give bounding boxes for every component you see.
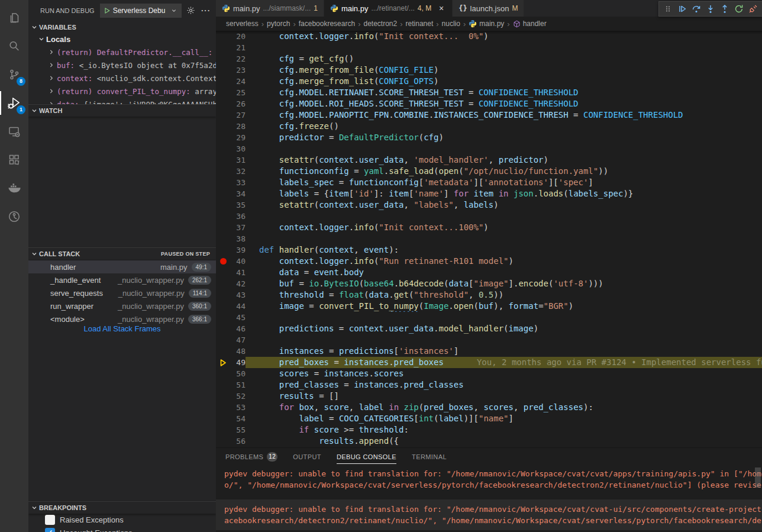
code-text[interactable]: pred_boxes = instances.pred_boxesYou, 2 … [246, 357, 762, 368]
code-text[interactable]: context.logger.info("Init context...100%… [246, 222, 762, 233]
code-text[interactable]: setattr(context.user_data, "labels", lab… [246, 199, 762, 211]
breadcrumb-item[interactable]: facebookresearch [299, 20, 355, 28]
breakpoint-gutter[interactable] [216, 166, 230, 177]
code-text[interactable]: scores = instances.scores [246, 368, 762, 379]
step-over-icon[interactable] [689, 2, 703, 16]
panel-tab-output[interactable]: OUTPUT [293, 448, 321, 466]
code-text[interactable]: predictions = context.user_data.model_ha… [246, 323, 762, 334]
activity-search[interactable] [0, 32, 28, 60]
panel-tab-problems[interactable]: PROBLEMS12 [225, 448, 277, 466]
step-into-icon[interactable] [703, 2, 718, 16]
breakpoint-gutter[interactable] [216, 53, 230, 65]
stack-frame[interactable]: <module>_nuclio_wrapper.py366:1 [28, 312, 216, 325]
breakpoint-gutter[interactable] [216, 177, 230, 188]
breakpoint-gutter[interactable] [216, 301, 230, 312]
debug-config-dropdown[interactable]: Serverless Debu [100, 4, 182, 18]
code-text[interactable]: context.logger.info("Run retinanet-R101 … [246, 256, 762, 267]
code-text[interactable]: setattr(context.user_data, 'model_handle… [246, 154, 762, 166]
code-text[interactable]: label = COCO_CATEGORIES[int(label)]["nam… [246, 413, 762, 424]
breakpoint-gutter[interactable] [216, 413, 230, 424]
variables-section-header[interactable]: VARIABLES [28, 21, 216, 33]
breakpoint-gutter[interactable] [216, 334, 230, 346]
code-text[interactable]: cfg.freeze() [246, 121, 762, 132]
code-text[interactable] [246, 233, 762, 244]
code-text[interactable]: cfg.MODEL.PANOPTIC_FPN.COMBINE.INSTANCES… [246, 109, 762, 121]
panel-scrollbar-thumb[interactable] [755, 467, 761, 488]
activity-remote-explorer[interactable] [0, 117, 28, 146]
breadcrumb-file[interactable]: main.py [469, 20, 504, 28]
breakpoint-gutter[interactable] [216, 109, 230, 121]
code-text[interactable]: threshold = float(data.get("threshold", … [246, 289, 762, 301]
gear-icon[interactable] [184, 4, 197, 17]
code-text[interactable]: cfg = get_cfg() [246, 53, 762, 65]
breakpoint-gutter[interactable] [216, 132, 230, 143]
activity-extensions[interactable] [0, 146, 28, 174]
breakpoint-gutter[interactable] [216, 379, 230, 391]
editor-tab-main.py[interactable]: main.py.../retinanet/...4, M× [324, 0, 453, 17]
code-text[interactable]: results = [] [246, 391, 762, 402]
stack-frame[interactable]: handlermain.py49:1 [28, 260, 216, 273]
breadcrumb-item[interactable]: detectron2 [363, 20, 397, 28]
breakpoint-row[interactable]: ✓Uncaught Exceptions [28, 526, 216, 532]
code-text[interactable]: cfg.merge_from_list(CONFIG_OPTS) [246, 76, 762, 87]
current-frame-icon[interactable] [216, 357, 230, 368]
breakpoint-gutter[interactable] [216, 211, 230, 222]
code-text[interactable]: data = event.body [246, 267, 762, 278]
stack-frame[interactable]: _handle_event_nuclio_wrapper.py262:1 [28, 273, 216, 286]
code-text[interactable]: image = convert_PIL_to_numpy(Image.open(… [246, 301, 762, 312]
step-out-icon[interactable] [718, 2, 732, 16]
code-text[interactable]: cfg.merge_from_file(CONFIG_FILE) [246, 65, 762, 76]
panel-tab-debug-console[interactable]: DEBUG CONSOLE [337, 448, 396, 466]
breakpoint-gutter[interactable] [216, 76, 230, 87]
breakpoint-gutter[interactable] [216, 188, 230, 199]
breakpoint-gutter[interactable] [216, 289, 230, 301]
checkbox[interactable]: ✓ [45, 528, 55, 532]
breakpoint-gutter[interactable] [216, 65, 230, 76]
breakpoint-gutter[interactable] [216, 199, 230, 211]
variable-row[interactable]: data: {'image': 'iVBORw0KGgoAAAANSUhE… 5… [28, 98, 216, 104]
breadcrumb-item[interactable]: pytorch [267, 20, 290, 28]
code-text[interactable] [246, 211, 762, 222]
activity-branch-circle[interactable] [0, 202, 28, 231]
breakpoint-gutter[interactable] [216, 121, 230, 132]
breakpoint-gutter[interactable] [216, 31, 230, 42]
start-debug-icon[interactable] [104, 7, 111, 14]
activity-run-and-debug[interactable]: 1 [0, 89, 28, 117]
variable-row[interactable]: (return) DefaultPredictor.__call__: {'in… [28, 46, 216, 59]
code-text[interactable] [246, 312, 762, 323]
breakpoint-gutter[interactable] [216, 391, 230, 402]
breakpoint-gutter[interactable] [216, 87, 230, 98]
activity-files[interactable] [0, 4, 28, 32]
breakpoint-gutter[interactable] [216, 154, 230, 166]
variable-row[interactable]: (return) convert_PIL_to_numpy: array([[[… [28, 85, 216, 98]
load-all-stack-frames-link[interactable]: Load All Stack Frames [28, 324, 216, 333]
breakpoint-gutter[interactable] [216, 244, 230, 256]
breakpoint-gutter[interactable] [216, 278, 230, 289]
code-text[interactable]: predictor = DefaultPredictor(cfg) [246, 132, 762, 143]
breakpoint-indicator[interactable] [216, 256, 230, 267]
breakpoint-gutter[interactable] [216, 402, 230, 413]
code-text[interactable]: buf = io.BytesIO(base64.b64decode(data["… [246, 278, 762, 289]
scope-locals[interactable]: Locals [28, 33, 216, 46]
breakpoint-gutter[interactable] [216, 312, 230, 323]
editor-tab-launch.json[interactable]: {}launch.jsonM [453, 0, 524, 17]
stack-frame[interactable]: run_wrapper_nuclio_wrapper.py360:1 [28, 299, 216, 312]
code-text[interactable] [246, 42, 762, 53]
breadcrumb-item[interactable]: nuclio [442, 20, 460, 28]
breakpoints-section-header[interactable]: BREAKPOINTS [28, 501, 216, 514]
code-text[interactable] [246, 334, 762, 346]
code-text[interactable]: labels = {item['id']: item['name'] for i… [246, 188, 762, 199]
call-stack-section-header[interactable]: CALL STACK PAUSED ON STEP [28, 247, 216, 260]
breakpoint-gutter[interactable] [216, 323, 230, 334]
code-text[interactable]: for box, score, label in zip(pred_boxes,… [246, 402, 762, 413]
breakpoint-gutter[interactable] [216, 42, 230, 53]
breadcrumb-symbol[interactable]: handler [513, 20, 547, 28]
code-text[interactable]: context.logger.info("Init context... 0%"… [246, 31, 762, 42]
restart-icon[interactable] [732, 2, 746, 16]
breadcrumb-item[interactable]: serverless [226, 20, 259, 28]
variable-row[interactable]: context: <nuclio_sdk.context.Context obj… [28, 72, 216, 85]
panel-tab-terminal[interactable]: TERMINAL [412, 448, 447, 466]
code-text[interactable]: results.append({ [246, 436, 762, 447]
breakpoint-gutter[interactable] [216, 346, 230, 357]
activity-source-control[interactable]: 8 [0, 60, 28, 89]
